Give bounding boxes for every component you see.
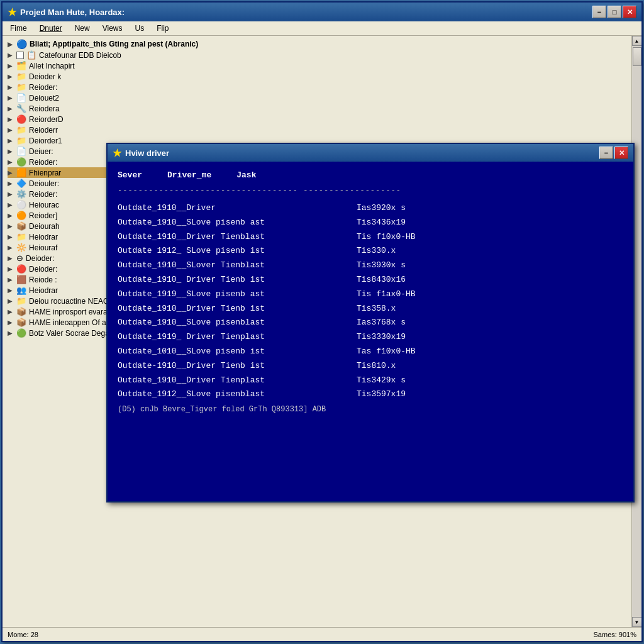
folder5-icon: 📁 (16, 136, 26, 145)
tree-item-label-5: Deiouet2 (29, 94, 59, 103)
row-6-name: Outdate_1919__SLove pisenb ast (118, 288, 357, 301)
tree-item-label-13: Deiouler: (29, 179, 59, 188)
star-icon: ★ (8, 6, 16, 18)
row-9-value: Tis3330x19 (357, 331, 406, 344)
arrow-icon: ▶ (8, 116, 14, 123)
main-content: ▶ 🔵 Bliati; Apptipaitc_this Gting znal p… (3, 36, 641, 627)
orange-icon: 🟧 (16, 168, 26, 177)
menu-fime[interactable]: Fime (5, 23, 32, 34)
tree-item-label-20: Deioder: (26, 254, 54, 263)
folder4-icon: 📁 (16, 125, 26, 135)
row-1-value: Tis3436x19 (357, 216, 406, 230)
tree-item-label-8: Reioderr (29, 126, 58, 135)
arrow-icon: ▶ (8, 287, 14, 294)
row-6-value: Tis f1ax0-HB (357, 288, 416, 301)
menu-us[interactable]: Us (130, 23, 150, 34)
arrow-icon: ▶ (8, 169, 14, 176)
doc3-icon: 📄 (16, 147, 26, 156)
dialog-row-6: Outdate_1919__SLove pisenb ast Tis f1ax0… (118, 288, 623, 301)
maximize-button[interactable]: □ (608, 6, 621, 18)
blue-circle-icon: 🔵 (16, 39, 27, 49)
tree-item-label-18: Heiodrar (29, 233, 58, 242)
dialog-row-8: Outdate_1910__SLove pisenblast Ias3768x … (118, 316, 623, 330)
title-bar-left: ★ Projed Man Hute, Hoardax: (8, 6, 125, 18)
scroll-up-arrow[interactable]: ▲ (632, 36, 642, 46)
header-col2: Driver_me (167, 169, 211, 182)
tree-item-label-4: Reioder: (29, 83, 57, 92)
tree-item-3[interactable]: ▶ 📁 Deioder k (8, 71, 629, 82)
row-1-name: Outdate_1910__SLove pisenb ast (118, 216, 357, 230)
red2-icon: 🔴 (16, 264, 26, 274)
circle-icon: ⚪ (16, 200, 26, 209)
tree-item-7[interactable]: ▶ 🔴 ReiorderD (8, 114, 629, 125)
close-button[interactable]: ✕ (623, 6, 636, 18)
tree-item-label-7: ReiorderD (29, 115, 64, 124)
arrow-icon: ▶ (8, 233, 14, 240)
title-bar-buttons: − □ ✕ (592, 6, 636, 18)
dialog-close-button[interactable]: ✕ (614, 147, 628, 159)
doc2-icon: 📄 (16, 93, 26, 103)
row-0-value: Ias3920x s (357, 202, 406, 215)
tree-item-label-6: Reiodera (29, 104, 60, 113)
status-bar: Mome: 28 Sames: 901% (3, 627, 641, 641)
scroll-thumb[interactable] (633, 47, 641, 66)
dialog-minimize-button[interactable]: − (599, 147, 613, 159)
row-13-name: Outdate_1912__SLove pisenblast (118, 388, 357, 401)
folder6-icon: 📁 (16, 232, 26, 242)
package2-icon: 📦 (16, 307, 26, 316)
dialog-title: Hviw driver (125, 148, 169, 158)
tree-item-5[interactable]: ▶ 📄 Deiouet2 (8, 92, 629, 103)
menu-flip[interactable]: Flip (152, 23, 174, 34)
menu-views[interactable]: Views (97, 23, 128, 34)
arrow-icon: ▶ (8, 330, 14, 336)
tree-item-2[interactable]: ▶ 🗂️ Allet Inchapirt (8, 60, 629, 71)
folder7-icon: 📁 (16, 296, 26, 306)
dialog-header: Sever Driver_me Jask (118, 169, 623, 182)
tree-item-label-21: Deioder: (29, 265, 57, 274)
tree-item-label-23: Heiodrar (29, 286, 58, 295)
tree-item-label-11: Reioder: (29, 158, 57, 167)
minimize-button[interactable]: − (592, 6, 606, 18)
green2-icon: 🟢 (16, 328, 26, 338)
tree-item-8[interactable]: ▶ 📁 Reioderr (8, 125, 629, 135)
menu-dnuter[interactable]: Dnuter (35, 23, 67, 34)
header-col1: Sever (118, 169, 142, 182)
row-8-value: Ias3768x s (357, 316, 406, 330)
arrow-icon: ▶ (8, 84, 14, 91)
arrow-icon: ▶ (8, 41, 14, 48)
arrow-icon: ▶ (8, 223, 14, 230)
arrow-icon: ▶ (8, 319, 14, 326)
dialog-title-bar: ★ Hviw driver − ✕ (108, 144, 633, 162)
dialog-separator: ----------------------------------- ----… (118, 185, 623, 197)
sun-icon: 🔆 (16, 243, 26, 252)
scroll-down-arrow[interactable]: ▼ (632, 617, 642, 627)
tree-item-6[interactable]: ▶ 🔧 Reiodera (8, 103, 629, 114)
dialog-window: ★ Hviw driver − ✕ Sever Driver_me Jask -… (106, 143, 635, 502)
package-icon: 📦 (16, 221, 26, 231)
status-right: Sames: 901% (594, 631, 636, 638)
tree-item-1[interactable]: ▶ 📋 Catefounar EDB Dieicob (8, 50, 629, 60)
row-11-name: Outdate-1910__Driver Tienb ist (118, 360, 357, 373)
tree-item-label-16: Reioder] (29, 211, 57, 220)
row-12-value: Tis3429x s (357, 374, 406, 387)
tree-item-0[interactable]: ▶ 🔵 Bliati; Apptipaitc_this Gting znal p… (8, 38, 629, 50)
menu-new[interactable]: New (70, 23, 95, 34)
dialog-row-7: Outdate_1910__Driver Tienb ist Tis358.x (118, 303, 623, 316)
arrow-icon: ▶ (8, 212, 14, 219)
dialog-row-3: Outdate 1912_ SLove pisenb ist Tis330.x (118, 245, 623, 258)
arrow-icon: ▶ (8, 244, 14, 251)
gear-icon: 🔧 (16, 104, 26, 113)
bottom-item-label-3: Botz Valer Socrae Degails (29, 329, 116, 338)
row-3-value: Tis330.x (357, 245, 396, 258)
menu-bar: Fime Dnuter New Views Us Flip (3, 21, 641, 36)
row-4-name: Outdate_1910__SLover Tienblast (118, 259, 357, 272)
dialog-row-5: Outdate_1910_ Driver Tienb ist Tis8430x1… (118, 274, 623, 287)
dialog-row-2: Outdate_1910__Driver Tienblast Tis f10x0… (118, 231, 623, 244)
tree-item-4[interactable]: ▶ 📁 Reioder: (8, 82, 629, 92)
dialog-buttons: − ✕ (599, 147, 628, 159)
dialog-title-left: ★ Hviw driver (113, 147, 169, 159)
main-title-bar: ★ Projed Man Hute, Hoardax: − □ ✕ (3, 3, 641, 21)
tree-item-label-19: Heiouraf (29, 243, 57, 252)
settings-icon: ⚙️ (16, 189, 26, 199)
checkbox-icon[interactable] (16, 52, 24, 59)
